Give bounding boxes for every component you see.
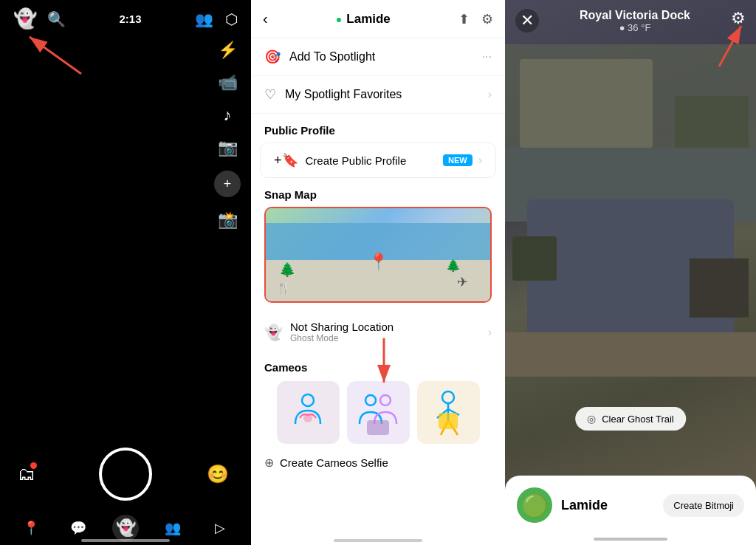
map-bottom-card: 🟢 Lamide Create Bitmoji	[505, 476, 756, 545]
map-tree-2: 🌲	[446, 258, 461, 272]
map-title-block: Royal Victoria Dock ● 36 °F	[580, 9, 690, 33]
svg-rect-8	[367, 420, 389, 435]
red-arrow-map	[354, 338, 413, 397]
home-indicator	[81, 539, 170, 542]
create-profile-label: Create Public Profile	[306, 154, 407, 167]
camera-flip-icon[interactable]: 📷	[218, 138, 238, 157]
friends-nav-icon[interactable]: 👥	[159, 515, 186, 541]
map-walkway	[505, 332, 756, 377]
camera-top-bar: 👻 🔍 2:13 👥 ⬡	[0, 0, 251, 38]
not-sharing-label: Not Sharing Location	[290, 321, 394, 333]
profile-card-left: 🟢 Lamide	[517, 487, 608, 523]
create-chevron-icon: ›	[478, 154, 482, 167]
snap-map-section: Snap Map 🌲 🌲 📍 ✈ 🍴	[251, 178, 505, 309]
create-profile-icon: +🔖	[274, 152, 298, 168]
profile-avatar: 🟢	[517, 487, 552, 523]
camera-nav-bar: 📍 💬 👻 👥 ▷	[0, 515, 251, 541]
video-icon[interactable]: 📹	[218, 73, 238, 92]
more-dots-icon[interactable]: ···	[482, 50, 492, 64]
camera-top-right: 👥 ⬡	[195, 10, 238, 28]
map-building-1	[520, 59, 653, 148]
svg-point-4	[302, 394, 314, 406]
not-sharing-chevron: ›	[488, 326, 492, 339]
ar-icon[interactable]: ⬡	[225, 10, 238, 28]
chevron-right-icon: ›	[488, 88, 492, 101]
search-icon[interactable]: 🔍	[47, 10, 66, 28]
profile-panel: ‹ ● Lamide ⬆ ⚙ 🎯 Add To Spotlight ··· ♡ …	[251, 0, 505, 545]
spotlight-menu-item[interactable]: 🎯 Add To Spotlight ···	[251, 38, 505, 76]
heart-icon: ♡	[264, 86, 276, 103]
emoji-icon: 😊	[207, 464, 229, 484]
memories-btn[interactable]: 🗂	[18, 464, 35, 484]
ghost-icon[interactable]: 👻	[13, 7, 37, 30]
create-cameos-selfie-item[interactable]: ⊕ Create Cameos Selfie	[251, 450, 505, 476]
upload-icon[interactable]: ⬆	[458, 11, 470, 27]
favorites-label: My Spotlight Favorites	[285, 88, 402, 101]
map-location-sub: ● 36 °F	[580, 22, 690, 33]
create-bitmoji-button[interactable]: Create Bitmoji	[663, 494, 744, 517]
create-public-profile-item[interactable]: +🔖 Create Public Profile NEW ›	[260, 143, 496, 178]
shutter-left: 🗂	[18, 464, 35, 484]
stories-nav-icon[interactable]: ▷	[207, 515, 233, 541]
home-indicator-map	[594, 538, 667, 541]
online-indicator: ●	[336, 13, 342, 25]
spotlight-label: Add To Spotlight	[289, 50, 375, 64]
profile-header-icons: ⬆ ⚙	[458, 11, 493, 27]
svg-line-1	[30, 37, 81, 74]
spotlight-favorites-item[interactable]: ♡ My Spotlight Favorites ›	[251, 76, 505, 114]
map-building-2	[675, 96, 749, 155]
snap-map-preview[interactable]: 🌲 🌲 📍 ✈ 🍴	[264, 207, 492, 303]
flash-icon[interactable]: ⚡	[218, 41, 238, 60]
shutter-row: 🗂 😊	[0, 448, 251, 501]
add-friend-icon[interactable]: 👥	[195, 10, 213, 28]
settings-icon[interactable]: ⚙	[481, 11, 493, 27]
emoji-btn[interactable]: 😊	[207, 464, 229, 484]
svg-rect-15	[439, 413, 458, 429]
chat-nav-icon[interactable]: 💬	[65, 515, 92, 541]
map-panel: ✕ Royal Victoria Dock ● 36 °F ⚙ ◎ Clear …	[505, 0, 756, 545]
ghost-trail-icon: ◎	[587, 413, 596, 425]
music-icon[interactable]: ♪	[224, 106, 232, 125]
profile-card: 🟢 Lamide Create Bitmoji	[517, 487, 744, 523]
snap-map-title: Snap Map	[264, 188, 492, 201]
ghost-small-icon: 👻	[264, 323, 283, 341]
map-close-button[interactable]: ✕	[515, 9, 539, 32]
home-indicator-profile	[334, 539, 422, 542]
shutter-button[interactable]	[99, 448, 152, 501]
cameo-item-1	[277, 381, 340, 444]
camera-right-sidebar: ⚡ 📹 ♪ 📷 + 📸	[214, 41, 241, 230]
satellite-map-bg	[505, 0, 756, 545]
cameo-item-3	[417, 381, 480, 444]
svg-point-5	[303, 414, 312, 422]
map-background: 🌲 🌲 📍 ✈ 🍴	[266, 208, 490, 301]
profile-header: ‹ ● Lamide ⬆ ⚙	[251, 0, 505, 38]
profile-card-name: Lamide	[561, 498, 608, 513]
map-nav-icon[interactable]: 📍	[18, 515, 44, 541]
map-structure-1	[512, 236, 557, 281]
airplane-icon: ✈	[457, 274, 468, 290]
user-map-pin: 📍	[368, 253, 388, 272]
public-profile-section: Public Profile	[251, 114, 505, 143]
create-profile-right: NEW ›	[443, 154, 482, 167]
fork-icon: 🍴	[276, 281, 291, 295]
favorites-left: ♡ My Spotlight Favorites	[264, 86, 402, 103]
plus-circle-icon: ⊕	[264, 456, 274, 470]
timer-icon[interactable]: +	[214, 171, 241, 197]
close-icon: ✕	[520, 11, 534, 30]
map-location-title: Royal Victoria Dock	[580, 9, 690, 22]
camera-left-icons: 👻 🔍	[13, 7, 66, 30]
svg-line-17	[719, 26, 741, 66]
clear-ghost-trail-button[interactable]: ◎ Clear Ghost Trail	[575, 407, 686, 431]
lens-icon[interactable]: 📸	[218, 210, 238, 230]
create-profile-left: +🔖 Create Public Profile	[274, 152, 406, 168]
back-button[interactable]: ‹	[263, 10, 268, 27]
spotlight-icon: 🎯	[264, 49, 281, 65]
camera-time: 2:13	[119, 13, 141, 25]
memories-badge	[30, 462, 37, 469]
red-arrow-gear	[686, 7, 752, 74]
clear-ghost-label: Clear Ghost Trail	[602, 414, 674, 425]
spotlight-left: 🎯 Add To Spotlight	[264, 49, 375, 65]
snap-nav-icon[interactable]: 👻	[112, 515, 139, 541]
profile-name: Lamide	[346, 12, 391, 27]
avatar-emoji: 🟢	[521, 493, 549, 518]
